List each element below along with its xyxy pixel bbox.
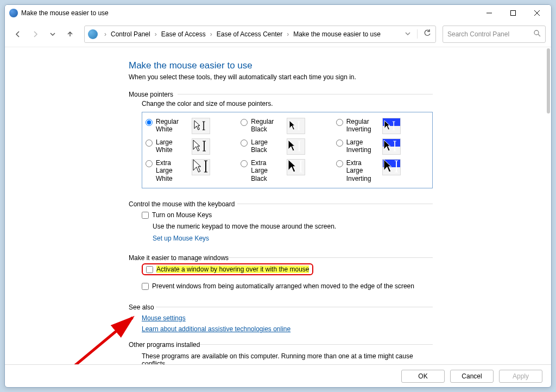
pointer-preview <box>287 138 305 155</box>
pointer-option[interactable]: Large Inverting <box>336 138 429 155</box>
refresh-button[interactable] <box>417 29 432 39</box>
section-other-programs: Other programs installed <box>129 341 433 349</box>
recent-dropdown[interactable] <box>45 27 60 42</box>
arrow-right-icon <box>31 30 39 38</box>
pointer-label: Large White <box>156 138 188 154</box>
prevent-arrange-checkbox[interactable] <box>142 283 149 290</box>
arrow-left-icon <box>14 30 22 38</box>
annotation-arrow <box>21 286 146 364</box>
titlebar: Make the mouse easier to use <box>5 5 551 21</box>
minimize-button[interactable] <box>477 5 501 21</box>
other-programs-desc: These programs are available on this com… <box>142 350 433 364</box>
pointer-option[interactable]: Extra Large Inverting <box>336 159 429 182</box>
breadcrumb[interactable]: Ease of Access <box>160 30 207 38</box>
breadcrumb[interactable]: Control Panel <box>110 30 151 38</box>
dialog-footer: OK Cancel Apply <box>5 364 551 387</box>
chevron-down-icon <box>50 31 55 37</box>
pointer-option[interactable]: Extra Large Black <box>241 159 333 182</box>
search-placeholder: Search Control Panel <box>447 30 509 38</box>
chevron-down-icon <box>405 31 410 36</box>
pointer-option[interactable]: Extra Large White <box>146 159 238 182</box>
breadcrumb-sep: › <box>101 30 110 38</box>
pointer-radio[interactable] <box>336 119 343 126</box>
pointer-radio[interactable] <box>336 140 343 147</box>
nav-toolbar: › Control Panel › Ease of Access › Ease … <box>5 21 551 47</box>
breadcrumb-sep: › <box>151 30 160 38</box>
pointer-option[interactable]: Regular White <box>146 118 238 134</box>
svg-point-4 <box>534 30 539 35</box>
up-button[interactable] <box>62 27 78 42</box>
maximize-icon <box>510 10 516 16</box>
close-button[interactable] <box>525 5 549 21</box>
arrow-up-icon <box>66 30 74 38</box>
pointer-preview <box>287 159 305 175</box>
pointer-label: Extra Large White <box>156 159 188 182</box>
pointer-radio[interactable] <box>146 119 153 126</box>
control-panel-window: Make the mouse easier to use › Control P… <box>4 4 552 388</box>
pointer-option[interactable]: Large Black <box>241 138 333 155</box>
pointer-label: Large Inverting <box>346 138 379 154</box>
app-icon <box>9 9 18 17</box>
turn-on-mouse-keys-checkbox[interactable]: Turn on Mouse Keys <box>142 210 433 220</box>
address-bar[interactable]: › Control Panel › Ease of Access › Ease … <box>84 26 436 43</box>
mouse-settings-link[interactable]: Mouse settings <box>142 314 186 322</box>
pointer-radio[interactable] <box>146 140 153 147</box>
pointer-preview <box>192 118 210 134</box>
maximize-button[interactable] <box>501 5 525 21</box>
pointer-option[interactable]: Large White <box>146 138 238 155</box>
section-mouse-pointers: Mouse pointers <box>129 91 433 98</box>
breadcrumb[interactable]: Ease of Access Center <box>216 30 283 38</box>
breadcrumb-sep: › <box>283 30 292 38</box>
cancel-button[interactable]: Cancel <box>450 370 494 383</box>
breadcrumb[interactable]: Make the mouse easier to use <box>292 30 382 38</box>
minimize-icon <box>486 10 492 16</box>
scrollbar[interactable] <box>547 48 550 113</box>
pointer-preview <box>382 159 401 175</box>
pointer-label: Regular Inverting <box>346 118 379 134</box>
mouse-keys-desc: Use the numeric keypad to move the mouse… <box>142 220 433 235</box>
hover-activate-highlight: Activate a window by hovering over it wi… <box>142 263 313 275</box>
breadcrumb-sep: › <box>207 30 216 38</box>
prevent-arrange-label: Prevent windows from being automatically… <box>152 282 414 290</box>
control-panel-icon <box>88 29 98 39</box>
pointer-radio[interactable] <box>241 160 248 167</box>
address-dropdown[interactable] <box>402 30 414 38</box>
refresh-icon <box>424 29 431 37</box>
apply-button[interactable]: Apply <box>499 370 542 383</box>
pointer-radio[interactable] <box>336 160 343 167</box>
page-subtitle: When you select these tools, they will a… <box>129 73 433 81</box>
pointer-option[interactable]: Regular Black <box>241 118 333 134</box>
pointer-label: Large Black <box>251 138 283 154</box>
pointer-preview <box>382 118 401 134</box>
pointer-preview <box>192 159 210 175</box>
pointer-radio[interactable] <box>241 119 248 126</box>
hover-activate-label: Activate a window by hovering over it wi… <box>156 265 309 273</box>
search-input[interactable]: Search Control Panel <box>443 26 546 43</box>
back-button[interactable] <box>10 27 26 42</box>
ok-button[interactable]: OK <box>401 370 445 383</box>
checkbox-input[interactable] <box>142 212 149 219</box>
svg-line-33 <box>27 318 132 364</box>
pointer-preview <box>192 138 210 155</box>
checkbox-label: Turn on Mouse Keys <box>152 211 212 219</box>
svg-rect-1 <box>511 11 516 16</box>
section-keyboard: Control the mouse with the keyboard <box>129 200 433 208</box>
search-icon <box>533 29 541 39</box>
pointer-radio[interactable] <box>241 140 248 147</box>
svg-line-5 <box>538 34 540 36</box>
pointer-options-box: Regular WhiteRegular BlackRegular Invert… <box>142 112 433 188</box>
assistive-tech-link[interactable]: Learn about additional assistive technol… <box>142 325 290 333</box>
close-icon <box>534 10 540 16</box>
pointer-label: Regular Black <box>251 118 283 134</box>
pointer-label: Regular White <box>156 118 188 134</box>
prevent-arrange-checkbox-row[interactable]: Prevent windows from being automatically… <box>142 281 433 292</box>
window-title: Make the mouse easier to use <box>21 9 109 17</box>
pointer-option[interactable]: Regular Inverting <box>336 118 429 134</box>
forward-button[interactable] <box>28 27 43 42</box>
setup-mouse-keys-link[interactable]: Set up Mouse Keys <box>153 235 209 242</box>
section-see-also: See also <box>129 304 433 311</box>
hover-activate-checkbox[interactable] <box>146 266 153 273</box>
pointer-label: Extra Large Black <box>251 159 283 182</box>
pointer-preview <box>382 138 401 155</box>
pointer-radio[interactable] <box>146 160 153 167</box>
